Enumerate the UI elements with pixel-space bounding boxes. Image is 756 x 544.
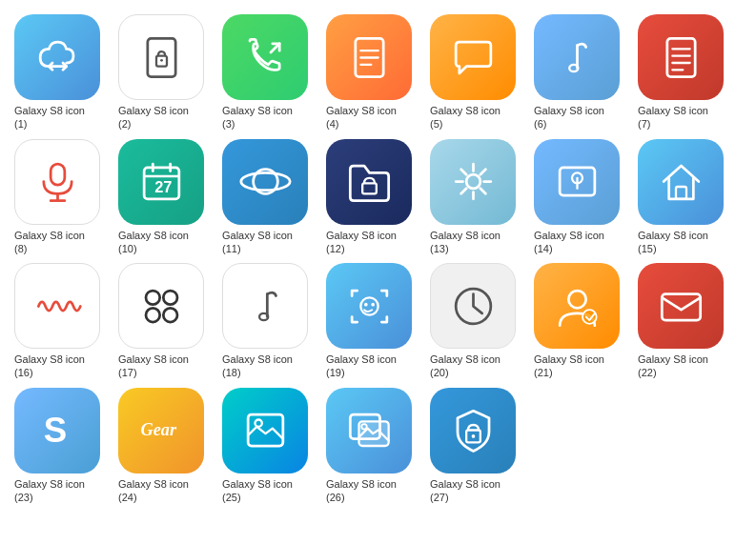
icon-box-26 xyxy=(326,388,412,473)
icon-item-16[interactable]: Galaxy S8 icon (16) xyxy=(14,263,114,380)
icon-label-2: Galaxy S8 icon (2) xyxy=(118,104,189,131)
icon-box-12 xyxy=(326,139,412,225)
icon-label-21: Galaxy S8 icon (21) xyxy=(534,353,604,380)
svg-point-33 xyxy=(360,297,378,314)
icon-item-6[interactable]: Galaxy S8 icon (6) xyxy=(534,14,634,131)
icon-box-15 xyxy=(638,139,724,225)
svg-point-29 xyxy=(163,291,177,305)
icon-box-14 xyxy=(534,139,620,225)
icon-box-5 xyxy=(430,14,516,100)
icon-box-13 xyxy=(430,139,516,225)
icon-item-22[interactable]: Galaxy S8 icon (22) xyxy=(638,263,738,380)
svg-text:S: S xyxy=(43,412,66,451)
svg-point-37 xyxy=(568,291,585,308)
svg-point-38 xyxy=(582,310,597,324)
icon-item-15[interactable]: Galaxy S8 icon (15) xyxy=(638,139,738,256)
icon-item-20[interactable]: Galaxy S8 icon (20) xyxy=(430,263,530,380)
icon-box-20 xyxy=(430,263,516,349)
icon-label-7: Galaxy S8 icon (7) xyxy=(638,104,708,131)
icon-label-10: Galaxy S8 icon (10) xyxy=(118,229,189,256)
icon-box-10: 27 xyxy=(118,139,204,225)
icon-item-27[interactable]: Galaxy S8 icon (27) xyxy=(430,388,530,505)
icon-label-17: Galaxy S8 icon (17) xyxy=(118,353,189,380)
icon-box-19 xyxy=(326,263,412,349)
icon-item-3[interactable]: Galaxy S8 icon (3) xyxy=(222,14,322,131)
icon-label-27: Galaxy S8 icon (27) xyxy=(430,477,501,505)
icon-label-13: Galaxy S8 icon (13) xyxy=(430,229,501,256)
icon-box-6 xyxy=(534,14,620,100)
svg-point-31 xyxy=(163,308,177,322)
svg-rect-27 xyxy=(676,187,686,199)
svg-point-48 xyxy=(471,434,475,438)
icon-item-25[interactable]: Galaxy S8 icon (25) xyxy=(222,388,322,505)
icon-label-3: Galaxy S8 icon (3) xyxy=(222,104,293,131)
icon-label-12: Galaxy S8 icon (12) xyxy=(326,229,397,256)
icon-box-22 xyxy=(638,263,724,349)
icon-item-12[interactable]: Galaxy S8 icon (12) xyxy=(326,139,426,256)
icon-box-18 xyxy=(222,263,308,349)
icon-label-4: Galaxy S8 icon (4) xyxy=(326,104,397,131)
icon-label-25: Galaxy S8 icon (25) xyxy=(222,477,293,505)
icon-label-26: Galaxy S8 icon (26) xyxy=(326,477,397,505)
icon-box-24: Gear xyxy=(118,388,204,473)
svg-rect-39 xyxy=(662,293,700,320)
icon-item-10[interactable]: 27 Galaxy S8 icon (10) xyxy=(118,139,218,256)
icon-box-27 xyxy=(430,388,516,473)
svg-text:27: 27 xyxy=(154,179,172,196)
icon-item-1[interactable]: Galaxy S8 icon (1) xyxy=(14,14,114,131)
icon-item-18[interactable]: Galaxy S8 icon (18) xyxy=(222,263,322,380)
icon-label-18: Galaxy S8 icon (18) xyxy=(222,353,293,380)
svg-point-24 xyxy=(466,174,480,189)
icon-item-7[interactable]: Galaxy S8 icon (7) xyxy=(638,14,738,131)
icon-item-4[interactable]: Galaxy S8 icon (4) xyxy=(326,14,426,131)
icon-label-6: Galaxy S8 icon (6) xyxy=(534,104,604,131)
icon-item-17[interactable]: Galaxy S8 icon (17) xyxy=(118,263,218,380)
icon-item-21[interactable]: Galaxy S8 icon (21) xyxy=(534,263,634,380)
svg-point-30 xyxy=(146,308,160,322)
icon-item-14[interactable]: Galaxy S8 icon (14) xyxy=(534,139,634,256)
svg-rect-8 xyxy=(666,38,694,76)
icon-label-5: Galaxy S8 icon (5) xyxy=(430,104,501,131)
icon-box-7 xyxy=(638,14,724,100)
icon-box-2 xyxy=(118,14,204,100)
icon-item-19[interactable]: Galaxy S8 icon (19) xyxy=(326,263,426,380)
svg-text:Gear: Gear xyxy=(140,420,177,439)
icon-label-8: Galaxy S8 icon (8) xyxy=(14,229,85,256)
svg-rect-0 xyxy=(147,38,174,76)
icon-label-16: Galaxy S8 icon (16) xyxy=(14,353,85,380)
icon-box-16 xyxy=(14,263,100,349)
icon-box-11 xyxy=(222,139,308,225)
icon-item-5[interactable]: Galaxy S8 icon (5) xyxy=(430,14,530,131)
icon-label-22: Galaxy S8 icon (22) xyxy=(638,353,708,380)
svg-point-28 xyxy=(146,291,160,305)
icon-box-4 xyxy=(326,14,412,100)
icon-box-23: S xyxy=(14,388,100,473)
icon-label-14: Galaxy S8 icon (14) xyxy=(534,229,604,256)
icon-box-21 xyxy=(534,263,620,349)
icon-item-11[interactable]: Galaxy S8 icon (11) xyxy=(222,139,322,256)
svg-rect-23 xyxy=(362,183,377,193)
icon-grid: Galaxy S8 icon (1) Galaxy S8 icon (2) Ga… xyxy=(10,10,746,509)
icon-box-17 xyxy=(118,263,204,349)
icon-label-1: Galaxy S8 icon (1) xyxy=(14,104,85,131)
svg-point-22 xyxy=(240,172,289,190)
icon-item-8[interactable]: Galaxy S8 icon (8) xyxy=(14,139,114,256)
icon-label-20: Galaxy S8 icon (20) xyxy=(430,353,501,380)
icon-label-11: Galaxy S8 icon (11) xyxy=(222,229,293,256)
icon-item-23[interactable]: S Galaxy S8 icon (23) xyxy=(14,388,114,505)
icon-box-8 xyxy=(14,139,100,225)
icon-item-26[interactable]: Galaxy S8 icon (26) xyxy=(326,388,426,505)
icon-label-19: Galaxy S8 icon (19) xyxy=(326,353,397,380)
svg-point-34 xyxy=(364,303,368,307)
icon-label-24: Galaxy S8 icon (24) xyxy=(118,477,189,505)
icon-label-23: Galaxy S8 icon (23) xyxy=(14,477,85,505)
icon-item-2[interactable]: Galaxy S8 icon (2) xyxy=(118,14,218,131)
icon-box-25 xyxy=(222,388,308,473)
icon-item-24[interactable]: Gear Galaxy S8 icon (24) xyxy=(118,388,218,505)
svg-point-35 xyxy=(371,303,375,307)
icon-box-3 xyxy=(222,14,308,100)
svg-rect-13 xyxy=(51,164,65,185)
icon-item-13[interactable]: Galaxy S8 icon (13) xyxy=(430,139,530,256)
svg-point-43 xyxy=(255,420,261,427)
icon-label-15: Galaxy S8 icon (15) xyxy=(638,229,708,256)
